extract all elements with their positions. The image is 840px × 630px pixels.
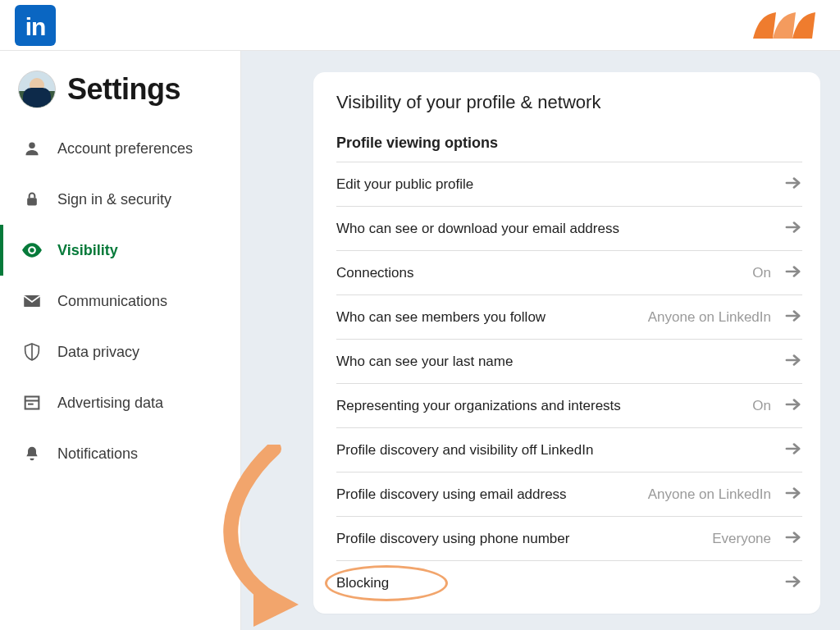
sidebar-item-notifications[interactable]: Notifications — [0, 428, 240, 479]
sidebar-item-label: Data privacy — [57, 344, 139, 361]
sidebar-item-label: Advertising data — [57, 395, 163, 412]
sidebar-item-label: Account preferences — [57, 140, 193, 158]
svg-rect-4 — [25, 397, 39, 409]
setting-row-profile-discovery-using-email-address[interactable]: Profile discovery using email addressAny… — [336, 472, 802, 517]
settings-rows: Edit your public profileWho can see or d… — [336, 162, 802, 605]
setting-row-value: On — [752, 398, 771, 414]
setting-row-label: Who can see your last name — [336, 354, 513, 370]
arrow-right-icon — [784, 220, 802, 238]
person-icon — [21, 140, 43, 157]
arrow-right-icon — [784, 486, 802, 504]
setting-row-who-can-see-or-download-your-email-address[interactable]: Who can see or download your email addre… — [336, 207, 802, 251]
setting-row-label: Representing your organizations and inte… — [336, 398, 621, 414]
brand-waves-logo — [748, 9, 827, 42]
sidebar-item-label: Communications — [57, 293, 167, 310]
sidebar-item-communications[interactable]: Communications — [0, 276, 240, 326]
mail-icon — [21, 294, 43, 308]
arrow-right-icon — [784, 353, 802, 371]
section-title: Visibility of your profile & network — [336, 92, 802, 113]
setting-row-label: Profile discovery using phone number — [336, 531, 569, 547]
setting-row-label: Who can see members you follow — [336, 309, 546, 326]
settings-nav: Account preferencesSign in & securityVis… — [0, 123, 240, 479]
sidebar-item-account-preferences[interactable]: Account preferences — [0, 123, 240, 174]
setting-row-value: On — [752, 265, 771, 281]
avatar[interactable] — [18, 71, 56, 108]
arrow-right-icon — [784, 264, 802, 282]
arrow-right-icon — [784, 308, 802, 326]
arrow-right-icon — [784, 574, 802, 592]
setting-row-label: Profile discovery and visibility off Lin… — [336, 442, 593, 459]
sidebar-item-visibility[interactable]: Visibility — [0, 225, 240, 276]
shield-icon — [21, 343, 43, 361]
arrow-right-icon — [784, 530, 802, 548]
lock-icon — [21, 190, 43, 208]
setting-row-profile-discovery-using-phone-number[interactable]: Profile discovery using phone numberEver… — [336, 517, 802, 561]
page-title: Settings — [67, 72, 180, 107]
setting-row-representing-your-organizations-and-interests[interactable]: Representing your organizations and inte… — [336, 384, 802, 428]
setting-row-label: Connections — [336, 265, 414, 281]
visibility-card: Visibility of your profile & network Pro… — [313, 72, 820, 614]
svg-point-2 — [30, 248, 34, 252]
top-bar: in — [0, 0, 840, 51]
window-icon — [21, 395, 43, 411]
setting-row-edit-your-public-profile[interactable]: Edit your public profile — [336, 162, 802, 207]
setting-row-profile-discovery-and-visibility-off-linkedin[interactable]: Profile discovery and visibility off Lin… — [336, 428, 802, 472]
sidebar-item-sign-in-security[interactable]: Sign in & security — [0, 174, 240, 225]
linkedin-logo[interactable]: in — [15, 5, 56, 46]
setting-row-who-can-see-your-last-name[interactable]: Who can see your last name — [336, 340, 802, 384]
svg-point-0 — [29, 143, 35, 149]
setting-row-connections[interactable]: ConnectionsOn — [336, 251, 802, 295]
sidebar-item-label: Notifications — [57, 445, 138, 463]
svg-rect-1 — [27, 198, 37, 205]
sidebar-item-label: Visibility — [57, 242, 118, 259]
setting-row-who-can-see-members-you-follow[interactable]: Who can see members you followAnyone on … — [336, 295, 802, 340]
setting-row-label: Edit your public profile — [336, 176, 473, 193]
setting-row-blocking[interactable]: Blocking — [336, 561, 802, 605]
sidebar-item-label: Sign in & security — [57, 191, 171, 208]
sidebar-header: Settings — [0, 71, 240, 123]
arrow-right-icon — [784, 176, 802, 194]
settings-sidebar: Settings Account preferencesSign in & se… — [0, 51, 241, 630]
arrow-right-icon — [784, 441, 802, 459]
linkedin-logo-text: in — [25, 13, 46, 41]
main-area: Visibility of your profile & network Pro… — [241, 51, 840, 630]
setting-row-label: Blocking — [336, 575, 389, 591]
setting-row-label: Who can see or download your email addre… — [336, 221, 619, 237]
setting-row-label: Profile discovery using email address — [336, 486, 567, 503]
bell-icon — [21, 445, 43, 463]
eye-icon — [21, 243, 43, 258]
setting-row-value: Anyone on LinkedIn — [648, 486, 771, 503]
setting-row-value: Everyone — [712, 531, 771, 547]
sidebar-item-data-privacy[interactable]: Data privacy — [0, 326, 240, 377]
sidebar-item-advertising-data[interactable]: Advertising data — [0, 377, 240, 428]
arrow-right-icon — [784, 397, 802, 415]
setting-row-value: Anyone on LinkedIn — [648, 309, 771, 326]
group-title: Profile viewing options — [336, 135, 802, 152]
